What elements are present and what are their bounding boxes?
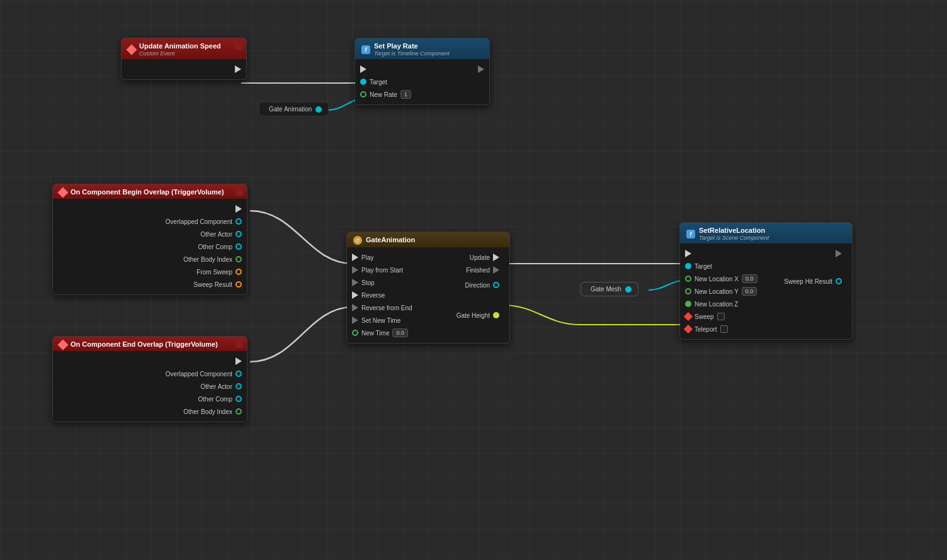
teleport-checkbox[interactable] (720, 325, 728, 333)
node-title: On Component Begin Overlap (TriggerVolum… (71, 188, 224, 196)
sweep-pin (684, 312, 693, 321)
overlapped-component-label: Overlapped Component (166, 371, 232, 378)
other-body-index-pin (235, 256, 242, 262)
target-row: Target (680, 260, 779, 272)
set-play-rate-header: f Set Play Rate Target is Timeline Compo… (355, 38, 489, 59)
other-comp-row: Other Comp (53, 240, 247, 253)
stop-exec-pin (352, 279, 358, 286)
close-button[interactable] (235, 340, 243, 348)
new-location-x-value: 0.0 (742, 274, 757, 283)
finished-row: Finished (461, 264, 504, 276)
node-body: Overlapped Component Other Actor Other C… (53, 351, 247, 422)
gate-height-label: Gate Height (456, 312, 490, 319)
teleport-label: Teleport (695, 326, 717, 333)
node-title: Update Animation Speed (139, 42, 221, 50)
other-body-index-pin (235, 408, 242, 415)
gate-mesh-label: Gate Mesh (591, 286, 621, 293)
set-relative-location-node: f SetRelativeLocation Target is Scene Co… (679, 222, 853, 340)
overlapped-component-row: Overlapped Component (53, 367, 247, 380)
new-location-x-pin (685, 276, 691, 282)
close-button[interactable] (235, 42, 242, 50)
other-body-index-row: Other Body Index (53, 253, 247, 266)
on-begin-overlap-node: On Component Begin Overlap (TriggerVolum… (52, 184, 247, 295)
reverse-from-end-label: Reverse from End (361, 305, 412, 311)
sweep-checkbox[interactable] (717, 313, 725, 320)
exec-in-row (680, 247, 779, 260)
direction-pin (493, 282, 499, 288)
new-time-value: 0.0 (392, 328, 408, 337)
new-location-y-row: New Location Y 0.0 (680, 285, 779, 298)
stop-label: Stop (361, 279, 375, 286)
overlapped-component-label: Overlapped Component (166, 218, 232, 225)
set-relative-location-header: f SetRelativeLocation Target is Scene Co… (680, 223, 852, 244)
other-actor-row: Other Actor (53, 228, 247, 240)
from-sweep-row: From Sweep (53, 266, 247, 278)
other-comp-label: Other Comp (198, 244, 232, 250)
gate-animation-pin (315, 106, 322, 113)
node-subtitle: Target is Scene Component (699, 235, 769, 241)
exec-in-pin (685, 250, 691, 257)
close-button[interactable] (235, 188, 243, 196)
right-pins: Sweep Hit Result (779, 247, 852, 335)
gate-height-pin (493, 312, 499, 318)
new-location-z-label: New Location Z (695, 301, 738, 308)
update-animation-speed-node: Update Animation Speed Custom Event (121, 38, 247, 80)
update-exec-pin (493, 254, 499, 261)
new-location-x-row: New Location X 0.0 (680, 272, 779, 285)
left-pins: Play Play from Start Stop Reverse Revers… (347, 251, 451, 339)
other-comp-pin (235, 396, 242, 402)
gate-animation-label: Gate Animation (269, 106, 312, 113)
exec-in-pin (360, 65, 366, 73)
target-label: Target (370, 79, 387, 86)
on-end-overlap-node: On Component End Overlap (TriggerVolume)… (52, 336, 247, 422)
overlapped-component-row: Overlapped Component (53, 215, 247, 228)
set-new-time-exec-pin (352, 316, 358, 324)
exec-out-pin (836, 250, 842, 257)
teleport-row: Teleport (680, 323, 779, 335)
play-exec-pin (352, 254, 358, 261)
play-label: Play (361, 254, 373, 261)
node-subtitle: Custom Event (139, 50, 221, 57)
new-rate-pin-row: New Rate 1 (355, 88, 489, 101)
sweep-result-pin (235, 281, 242, 288)
node-body: Overlapped Component Other Actor Other C… (53, 199, 247, 294)
new-location-y-label: New Location Y (695, 288, 739, 295)
play-from-start-row: Play from Start (347, 264, 451, 276)
exec-out-row (53, 355, 247, 367)
exec-out-pin (235, 357, 242, 365)
overlapped-component-pin (235, 371, 242, 377)
on-end-overlap-header: On Component End Overlap (TriggerVolume) (53, 337, 247, 351)
gate-mesh-pin (625, 286, 632, 293)
new-time-row: New Time 0.0 (347, 327, 451, 339)
gate-animation-header: ⏱ GateAnimation (347, 232, 509, 247)
node-body: Play Play from Start Stop Reverse Revers… (347, 247, 509, 343)
function-icon: f (361, 45, 370, 54)
update-row: Update (465, 251, 504, 264)
new-location-y-value: 0.0 (742, 287, 757, 296)
reverse-exec-pin (352, 291, 358, 299)
teleport-pin (684, 325, 693, 333)
update-animation-speed-header: Update Animation Speed Custom Event (122, 38, 246, 59)
other-body-index-row: Other Body Index (53, 405, 247, 418)
set-new-time-label: Set New Time (361, 317, 400, 324)
other-comp-row: Other Comp (53, 393, 247, 405)
new-rate-label: New Rate (370, 91, 397, 98)
play-row: Play (347, 251, 451, 264)
node-body: Target New Location X 0.0 New Location Y… (680, 244, 852, 339)
node-subtitle: Target is Timeline Component (374, 50, 450, 57)
reverse-from-end-exec-pin (352, 304, 358, 311)
node-body (122, 59, 246, 79)
sweep-result-label: Sweep Result (193, 281, 232, 288)
target-label: Target (695, 263, 712, 270)
new-time-pin (352, 330, 358, 336)
direction-label: Direction (465, 282, 490, 289)
overlapped-component-pin (235, 218, 242, 225)
on-begin-overlap-header: On Component Begin Overlap (TriggerVolum… (53, 184, 247, 199)
other-body-index-label: Other Body Index (183, 408, 232, 415)
update-label: Update (470, 254, 490, 261)
new-time-label: New Time (361, 330, 389, 337)
stop-row: Stop (347, 276, 451, 289)
play-from-start-exec-pin (352, 266, 358, 274)
left-pins: Target New Location X 0.0 New Location Y… (680, 247, 779, 335)
new-location-x-label: New Location X (695, 276, 739, 283)
